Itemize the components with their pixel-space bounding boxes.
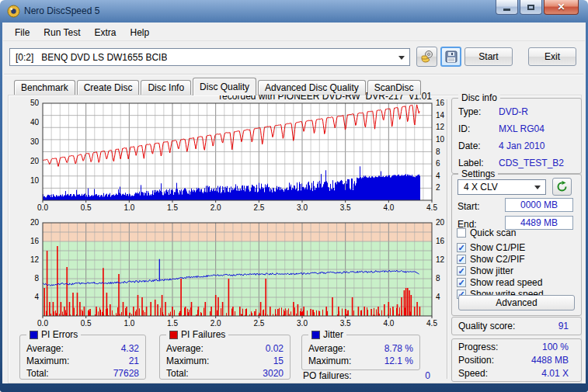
tab-benchmark[interactable]: Benchmark bbox=[14, 80, 75, 95]
row-label: Maximum: bbox=[26, 356, 69, 368]
save-icon bbox=[445, 50, 458, 63]
svg-text:2: 2 bbox=[436, 183, 440, 192]
svg-text:3.5: 3.5 bbox=[340, 203, 351, 212]
svg-text:4.5: 4.5 bbox=[426, 203, 437, 212]
scan-speed-value: 4 X CLV bbox=[458, 182, 498, 193]
menu-extra[interactable]: Extra bbox=[87, 25, 123, 40]
disc-info-group: Disc info Type:DVD-RID:MXL RG04Date:4 Ja… bbox=[451, 98, 582, 174]
jitter-pif-chart: 44881212161620200.00.51.01.52.02.53.03.5… bbox=[19, 216, 447, 331]
po-failures-value: 0 bbox=[425, 370, 430, 381]
advanced-button[interactable]: Advanced bbox=[458, 295, 575, 310]
svg-text:4.0: 4.0 bbox=[383, 319, 394, 328]
svg-text:2.0: 2.0 bbox=[210, 203, 221, 212]
svg-text:16: 16 bbox=[436, 237, 445, 245]
svg-text:10: 10 bbox=[436, 135, 445, 144]
checkbox-checked-icon: ✓ bbox=[457, 243, 466, 252]
svg-text:30: 30 bbox=[30, 137, 40, 146]
chevron-down-icon bbox=[534, 186, 541, 193]
window-controls: ✕ bbox=[494, 0, 579, 15]
minimize-icon bbox=[503, 9, 510, 11]
row-value: 3020 bbox=[263, 368, 284, 380]
checkbox-quick-scan[interactable]: Quick scan bbox=[457, 227, 581, 238]
maximize-icon bbox=[527, 5, 534, 10]
drive-selector[interactable]: [0:2] BENQ DVD LS DW1655 BCIB bbox=[9, 48, 410, 66]
minimize-button[interactable] bbox=[496, 0, 518, 15]
svg-text:0.5: 0.5 bbox=[81, 319, 92, 328]
tab-disc-quality[interactable]: Disc Quality bbox=[193, 78, 256, 95]
checkbox-show-c1-pie[interactable]: ✓Show C1/PIE bbox=[457, 242, 581, 252]
menu-bar: FileRun TestExtraHelp bbox=[3, 24, 585, 41]
start-button[interactable]: Start bbox=[464, 47, 513, 66]
panel-divider bbox=[447, 99, 448, 379]
tab-disc-info[interactable]: Disc Info bbox=[141, 80, 191, 95]
svg-text:20: 20 bbox=[30, 218, 40, 227]
info-row-position: Position:4488 MB bbox=[458, 355, 569, 368]
jitter-box: Jitter Average:8.78 %Maximum:12.1 % bbox=[301, 335, 420, 370]
row-label: Total: bbox=[26, 368, 49, 380]
svg-text:50: 50 bbox=[30, 99, 40, 107]
exit-button[interactable]: Exit bbox=[528, 47, 576, 66]
menu-file[interactable]: File bbox=[8, 25, 37, 40]
row-label: Average: bbox=[166, 343, 204, 356]
svg-text:12: 12 bbox=[30, 255, 40, 264]
quality-score-value: 91 bbox=[558, 317, 569, 335]
title-bar[interactable]: Nero DiscSpeed 5 ✕ bbox=[0, 0, 588, 23]
pi-failures-rows: Average:0.02Maximum:15Total:3020 bbox=[160, 335, 290, 380]
row-label: Date: bbox=[458, 140, 499, 158]
info-row-average: Average:8.78 % bbox=[308, 343, 413, 356]
row-label: Position: bbox=[458, 355, 494, 368]
row-value: 100 % bbox=[542, 342, 569, 355]
svg-text:1.0: 1.0 bbox=[124, 203, 134, 212]
svg-text:20: 20 bbox=[30, 157, 40, 165]
row-label: Progress: bbox=[458, 342, 498, 355]
svg-text:40: 40 bbox=[30, 118, 40, 127]
menu-help[interactable]: Help bbox=[124, 25, 157, 40]
row-value: DVD-R bbox=[499, 106, 528, 123]
info-row-id: ID:MXL RG04 bbox=[458, 123, 575, 140]
svg-text:4: 4 bbox=[436, 293, 440, 301]
row-value: 4488 MB bbox=[531, 355, 569, 368]
pi-errors-swatch bbox=[30, 331, 38, 339]
svg-text:1.5: 1.5 bbox=[167, 319, 178, 328]
app-icon[interactable] bbox=[7, 5, 20, 18]
maximize-button[interactable] bbox=[520, 0, 542, 15]
tab-strip: BenchmarkCreate DiscDisc InfoDisc Qualit… bbox=[14, 78, 421, 95]
svg-text:2.0: 2.0 bbox=[210, 319, 221, 328]
checkbox-checked-icon: ✓ bbox=[457, 278, 466, 287]
checkbox-show-c2-pif[interactable]: ✓Show C2/PIF bbox=[457, 254, 581, 264]
checkbox-label: Show C1/PIE bbox=[470, 242, 525, 253]
start-mb-field[interactable]: 0000 MB bbox=[505, 198, 573, 212]
svg-text:0.0: 0.0 bbox=[37, 319, 48, 328]
svg-text:0.0: 0.0 bbox=[37, 203, 48, 212]
scan-speed-selector[interactable]: 4 X CLV bbox=[458, 179, 546, 195]
pi-failures-title: PI Failures bbox=[181, 329, 225, 340]
checkbox-unchecked-icon bbox=[457, 228, 466, 238]
eject-disc-button[interactable] bbox=[416, 47, 437, 67]
svg-text:10: 10 bbox=[30, 176, 40, 185]
speed-pie-chart: 10203040502468101214160.00.51.01.52.02.5… bbox=[19, 92, 447, 214]
row-value: 0.02 bbox=[266, 343, 284, 356]
quality-score-label: Quality score: bbox=[458, 317, 515, 335]
start-mb-label: Start: bbox=[458, 201, 480, 212]
menu-run-test[interactable]: Run Test bbox=[37, 25, 87, 40]
row-label: Average: bbox=[308, 343, 346, 356]
save-button[interactable] bbox=[440, 47, 461, 67]
refresh-button[interactable] bbox=[552, 178, 572, 196]
svg-text:8: 8 bbox=[436, 274, 440, 283]
toolbar-separator bbox=[4, 74, 583, 75]
progress-rows: Progress:100 %Position:4488 MBSpeed:4.01… bbox=[452, 339, 581, 381]
svg-text:1.5: 1.5 bbox=[167, 203, 178, 212]
checkbox-show-read-speed[interactable]: ✓Show read speed bbox=[457, 277, 581, 287]
tab-scandisc[interactable]: ScanDisc bbox=[367, 80, 421, 95]
checkbox-show-jitter[interactable]: ✓Show jitter bbox=[457, 265, 581, 276]
tab-create-disc[interactable]: Create Disc bbox=[77, 80, 140, 95]
window-title: Nero DiscSpeed 5 bbox=[24, 5, 99, 16]
pi-failures-box: PI Failures Average:0.02Maximum:15Total:… bbox=[159, 335, 291, 380]
svg-text:2.5: 2.5 bbox=[253, 319, 264, 328]
row-value: CDS_TEST_B2 bbox=[499, 158, 564, 175]
tab-advanced-disc-quality[interactable]: Advanced Disc Quality bbox=[258, 80, 366, 95]
svg-text:3.0: 3.0 bbox=[297, 319, 308, 328]
close-button[interactable]: ✕ bbox=[544, 0, 579, 15]
svg-text:2.5: 2.5 bbox=[253, 203, 264, 212]
checkbox-label: Quick scan bbox=[470, 227, 516, 238]
